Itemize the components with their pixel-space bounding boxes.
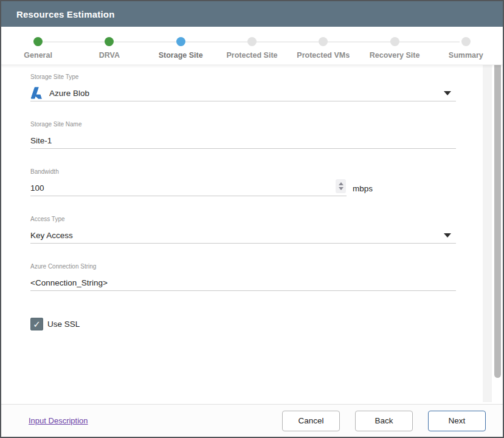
bandwidth-input[interactable] — [30, 180, 347, 196]
resources-estimation-dialog: Resources Estimation General DRVA Storag… — [0, 0, 504, 438]
step-dot — [247, 37, 257, 46]
step-dot — [461, 37, 471, 46]
dialog-header: Resources Estimation — [1, 1, 503, 27]
field-label: Azure Connection String — [30, 263, 456, 270]
back-button[interactable]: Back — [355, 411, 413, 431]
bandwidth-field: Bandwidth mbps — [30, 168, 456, 196]
field-label: Storage Site Type — [30, 74, 456, 81]
content-scrollbar-track[interactable] — [483, 62, 492, 402]
dialog-footer: Input Description Cancel Back Next — [1, 404, 503, 437]
field-label: Access Type — [30, 216, 456, 223]
step-recovery-site[interactable]: Recovery Site — [359, 27, 430, 64]
access-type-value: Key Access — [30, 231, 73, 240]
step-summary[interactable]: Summary — [430, 27, 502, 64]
stepper-down-icon[interactable] — [339, 187, 343, 190]
cancel-button[interactable]: Cancel — [282, 411, 340, 431]
step-label: Protected Site — [226, 51, 277, 60]
connection-string-input[interactable] — [30, 275, 456, 290]
step-label: Recovery Site — [370, 51, 420, 60]
access-type-field: Access Type Key Access — [30, 216, 456, 244]
dialog-title: Resources Estimation — [16, 9, 115, 19]
step-drva[interactable]: DRVA — [74, 27, 145, 64]
step-dot — [176, 37, 185, 46]
step-label: Protected VMs — [297, 51, 350, 60]
stepper-up-icon[interactable] — [339, 182, 343, 185]
use-ssl-label: Use SSL — [47, 320, 80, 329]
step-label: General — [24, 51, 52, 60]
checkmark-icon: ✓ — [33, 320, 41, 329]
step-label: Storage Site — [159, 51, 203, 60]
step-protected-vms[interactable]: Protected VMs — [288, 27, 359, 64]
storage-site-name-input[interactable] — [30, 132, 456, 148]
input-description-link[interactable]: Input Description — [29, 416, 88, 425]
azure-logo-icon — [30, 86, 44, 100]
stepper: General DRVA Storage Site Protected Site… — [1, 27, 503, 65]
number-stepper[interactable] — [336, 179, 346, 193]
connection-string-field: Azure Connection String — [30, 263, 456, 291]
step-dot — [319, 37, 328, 46]
use-ssl-checkbox-row[interactable]: ✓ Use SSL — [30, 318, 80, 330]
storage-site-type-field: Storage Site Type Azure Blob — [30, 74, 456, 101]
chevron-down-icon — [444, 233, 451, 238]
use-ssl-checkbox[interactable]: ✓ — [30, 318, 43, 330]
next-button[interactable]: Next — [428, 411, 486, 431]
step-label: Summary — [449, 51, 483, 60]
bandwidth-unit-label: mbps — [353, 184, 373, 193]
step-dot — [105, 37, 114, 46]
form-panel: Storage Site Type Azure Blob Storage Sit… — [1, 65, 503, 404]
storage-site-name-field: Storage Site Name — [30, 121, 456, 149]
step-dot — [390, 37, 399, 46]
step-dot — [33, 37, 43, 46]
step-storage-site[interactable]: Storage Site — [145, 27, 216, 64]
storage-site-type-select[interactable]: Azure Blob — [30, 85, 456, 101]
dialog-scrollbar-thumb[interactable] — [494, 30, 501, 378]
access-type-select[interactable]: Key Access — [30, 227, 456, 244]
storage-site-type-value: Azure Blob — [49, 89, 89, 98]
step-general[interactable]: General — [2, 27, 74, 64]
step-protected-site[interactable]: Protected Site — [216, 27, 288, 64]
field-label: Bandwidth — [30, 168, 456, 176]
chevron-down-icon — [444, 91, 451, 95]
field-label: Storage Site Name — [30, 121, 456, 128]
step-label: DRVA — [99, 51, 120, 60]
